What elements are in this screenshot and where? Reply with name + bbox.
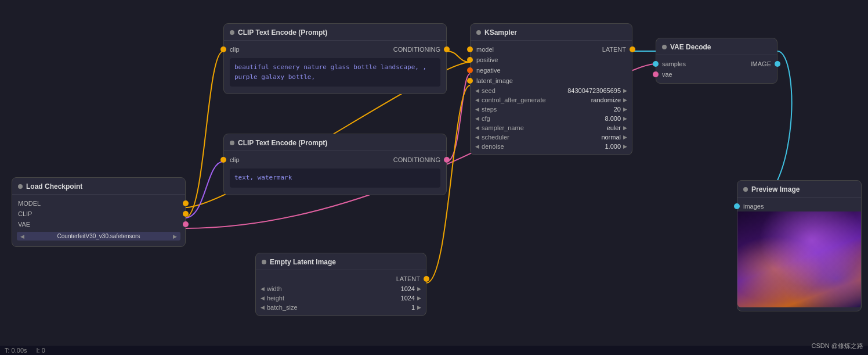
clip1-header: CLIP Text Encode (Prompt) [224,24,446,41]
clip2-title: CLIP Text Encode (Prompt) [238,139,327,147]
status-time: T: 0.00s [5,347,27,354]
ksampler-sampler-arrow-left[interactable]: ◀ [475,125,479,131]
checkpoint-vae-row: VAE [12,219,185,230]
preview-images-row: images [737,201,861,211]
checkpoint-param-arrow-right[interactable]: ▶ [173,234,177,239]
node-checkpoint: Load Checkpoint MODEL CLIP VAE ◀ Counter… [12,177,186,247]
ksampler-steps-arrow-left[interactable]: ◀ [475,106,479,112]
ksampler-cag-arrow-right[interactable]: ▶ [623,97,627,103]
vae-samples-label: samples [662,60,686,67]
clip2-text-area[interactable]: text, watermark [230,168,440,188]
ksampler-negative-port[interactable] [467,67,473,73]
latent-width-arrow-left[interactable]: ◀ [261,286,265,292]
latent-batch-arrow-left[interactable]: ◀ [261,304,265,310]
clip1-clip-row: clip CONDITIONING [224,44,446,55]
ksampler-cag-value: randomize [586,96,621,103]
ksampler-scheduler-arrow-right[interactable]: ▶ [623,134,627,140]
ksampler-cag-label: control_after_generate [482,96,584,103]
clip1-title: CLIP Text Encode (Prompt) [238,28,327,37]
checkpoint-model-port[interactable] [183,200,189,206]
preview-title: Preview Image [751,185,800,193]
latent-height-value: 1024 [380,295,415,302]
ksampler-sampler-arrow-right[interactable]: ▶ [623,125,627,131]
clip2-status-dot [230,141,234,145]
checkpoint-clip-label: CLIP [18,210,32,217]
checkpoint-clip-port[interactable] [183,211,189,217]
vae-samples-port[interactable] [653,61,659,67]
latent-output-label: LATENT [262,275,420,282]
latent-output-port[interactable] [424,276,429,282]
ksampler-latentimage-port[interactable] [467,78,473,84]
latent-height-arrow-left[interactable]: ◀ [261,295,265,301]
ksampler-denoise-arrow-right[interactable]: ▶ [623,144,627,149]
ksampler-cag-arrow-left[interactable]: ◀ [475,97,479,103]
ksampler-latent-port[interactable] [630,46,635,52]
latent-width-label: width [267,285,378,292]
ksampler-cag-row: ◀ control_after_generate randomize ▶ [471,95,632,105]
preview-image-display [737,211,861,307]
ksampler-cfg-arrow-left[interactable]: ◀ [475,116,479,121]
ksampler-cfg-label: cfg [482,115,584,122]
ksampler-steps-value: 20 [586,106,621,113]
ksampler-steps-arrow-right[interactable]: ▶ [623,106,627,112]
checkpoint-param-bar[interactable]: ◀ CounterfeitV30_v30.safetensors ▶ [17,232,180,241]
vae-title: VAE Decode [670,43,711,51]
checkpoint-param-arrow-left[interactable]: ◀ [20,234,24,239]
vae-vae-port[interactable] [653,71,659,77]
vae-header: VAE Decode [656,38,777,55]
node-vae: VAE Decode samples IMAGE vae [656,38,777,84]
checkpoint-vae-port[interactable] [183,221,189,227]
ksampler-scheduler-label: scheduler [482,134,584,141]
latent-height-row: ◀ height 1024 ▶ [256,293,426,303]
ksampler-seed-label: seed [482,87,565,94]
node-preview: Preview Image images [737,180,862,311]
latent-batch-value: 1 [380,304,415,311]
ksampler-denoise-arrow-left[interactable]: ◀ [475,144,479,149]
ksampler-seed-arrow-right[interactable]: ▶ [623,88,627,94]
preview-status-dot [743,187,748,192]
ksampler-sampler-label: sampler_name [482,124,584,131]
ksampler-positive-row: positive [471,55,632,65]
ksampler-body: model LATENT positive negative latent_im… [471,41,632,155]
preview-images-port[interactable] [734,203,740,209]
latent-height-arrow-right[interactable]: ▶ [417,295,421,301]
node-latent: Empty Latent Image LATENT ◀ width 1024 ▶… [255,253,426,316]
vae-vae-label: vae [662,71,672,78]
ksampler-sampler-value: euler [586,124,621,131]
ksampler-positive-label: positive [476,56,498,63]
latent-batch-arrow-right[interactable]: ▶ [417,304,421,310]
clip1-conditioning-port[interactable] [444,46,450,52]
clip2-clip-row: clip CONDITIONING [224,155,446,165]
node-clip1: CLIP Text Encode (Prompt) clip CONDITION… [223,23,447,94]
ksampler-cfg-arrow-right[interactable]: ▶ [623,116,627,121]
ksampler-steps-label: steps [482,106,584,113]
ksampler-status-dot [476,30,481,35]
checkpoint-model-label: MODEL [18,200,41,207]
checkpoint-vae-label: VAE [18,221,30,228]
clip1-text-area[interactable]: beautiful scenery nature glass bottle la… [230,58,440,87]
ksampler-seed-value: 843004723065695 [567,87,621,94]
checkpoint-model-row: MODEL [12,198,185,209]
ksampler-positive-port[interactable] [467,57,473,63]
ksampler-model-row: model LATENT [471,44,632,55]
ksampler-model-port[interactable] [467,46,473,52]
ksampler-seed-arrow-left[interactable]: ◀ [475,88,479,94]
latent-batch-label: batch_size [267,304,378,311]
vae-vae-row: vae [656,69,777,80]
ksampler-scheduler-arrow-left[interactable]: ◀ [475,134,479,140]
checkpoint-clip-row: CLIP [12,209,185,219]
clip1-clip-port[interactable] [220,46,226,52]
latent-width-arrow-right[interactable]: ▶ [417,286,421,292]
ksampler-denoise-label: denoise [482,143,584,150]
vae-image-port[interactable] [775,61,780,67]
vae-samples-row: samples IMAGE [656,59,777,69]
latent-width-row: ◀ width 1024 ▶ [256,284,426,293]
clip1-clip-label: clip [230,46,240,53]
clip2-clip-port[interactable] [220,157,226,163]
clip2-conditioning-port[interactable] [444,157,450,163]
node-ksampler: KSampler model LATENT positive negative … [470,23,632,155]
latent-header: Empty Latent Image [256,253,426,270]
clip1-body: clip CONDITIONING beautiful scenery natu… [224,41,446,94]
ksampler-denoise-row: ◀ denoise 1.000 ▶ [471,142,632,151]
ksampler-cfg-row: ◀ cfg 8.000 ▶ [471,114,632,123]
